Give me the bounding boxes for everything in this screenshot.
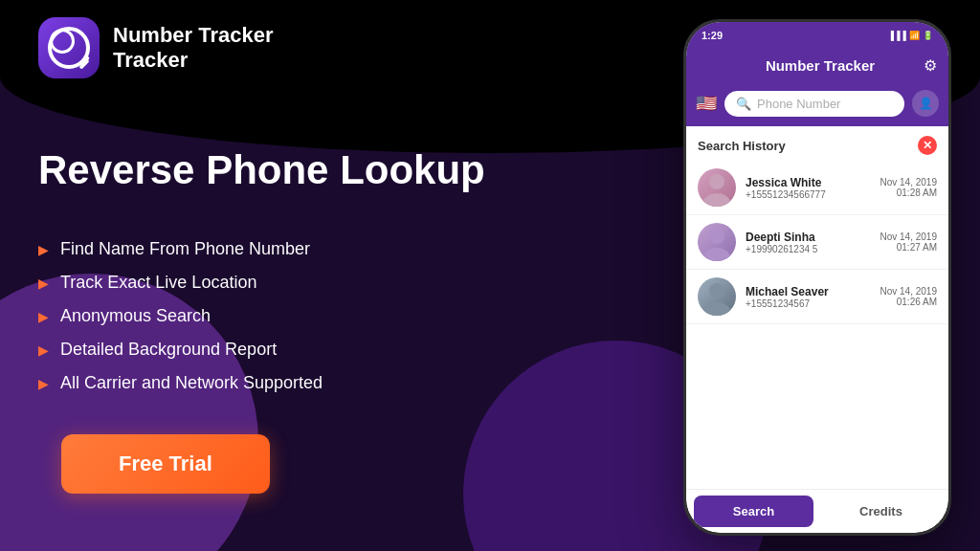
arrow-icon-2: ▶ — [38, 276, 49, 291]
search-placeholder-text: Phone Number — [757, 97, 840, 111]
search-bar-container: 🇺🇸 🔍 Phone Number 👤 — [686, 84, 948, 126]
logo-number: Number Tracker — [113, 23, 274, 48]
contact-avatar-2 — [698, 223, 736, 261]
feature-label-2: Track Exact Live Location — [60, 273, 256, 293]
settings-icon[interactable]: ⚙ — [924, 56, 937, 75]
credits-tab[interactable]: Credits — [821, 496, 941, 527]
app-header: Number Tracker ⚙ — [686, 49, 948, 84]
contact-phone-2: +19990261234 5 — [746, 244, 871, 254]
feature-item-5: ▶ All Carrier and Network Supported — [38, 373, 323, 393]
contact-avatar-1 — [698, 168, 736, 207]
status-bar: 1:29 ▐▐▐ 📶 🔋 — [686, 22, 948, 49]
contact-time-3: Nov 14, 2019 01:26 AM — [880, 286, 938, 307]
wifi-icon: 📶 — [909, 31, 920, 40]
svg-point-2 — [709, 229, 724, 244]
contact-time-1: Nov 14, 2019 01:28 AM — [880, 177, 938, 198]
contact-name-1: Jessica White — [746, 176, 871, 189]
magnify-circle — [50, 29, 75, 54]
feature-item-3: ▶ Anonymous Search — [38, 306, 323, 326]
history-header: Search History ✕ — [686, 126, 948, 161]
feature-label-3: Anonymous Search — [60, 306, 211, 326]
contact-date-3: Nov 14, 2019 — [880, 286, 938, 297]
svg-point-3 — [703, 248, 730, 261]
contact-hour-3: 01:26 AM — [880, 297, 938, 307]
signal-icon: ▐▐▐ — [888, 31, 906, 40]
close-history-button[interactable]: ✕ — [918, 136, 937, 155]
feature-label-1: Find Name From Phone Number — [60, 239, 310, 259]
svg-point-1 — [703, 193, 730, 207]
arrow-icon-1: ▶ — [38, 242, 49, 257]
arrow-icon-3: ▶ — [38, 309, 49, 324]
app-logo-icon — [38, 17, 100, 78]
phone-search-input[interactable]: 🔍 Phone Number — [724, 91, 904, 117]
contact-item-3[interactable]: Michael Seaver +15551234567 Nov 14, 2019… — [686, 270, 948, 324]
contact-phone-3: +15551234567 — [746, 298, 871, 309]
arrow-icon-5: ▶ — [38, 376, 49, 391]
contact-hour-1: 01:28 AM — [880, 187, 938, 198]
main-headline: Reverse Phone Lookup — [38, 148, 485, 192]
free-trial-button[interactable]: Free Trial — [61, 434, 270, 494]
contact-avatar-3 — [698, 277, 736, 316]
battery-icon: 🔋 — [923, 31, 933, 40]
status-time: 1:29 — [702, 30, 723, 41]
svg-point-5 — [703, 302, 730, 316]
feature-label-4: Detailed Background Report — [60, 340, 277, 360]
contact-book-icon[interactable]: 👤 — [912, 90, 939, 117]
logo-tracker: Tracker — [113, 48, 274, 73]
contact-name-2: Deepti Sinha — [746, 231, 871, 244]
contact-item-1[interactable]: Jessica White +15551234566777 Nov 14, 20… — [686, 161, 948, 215]
contact-phone-1: +15551234566777 — [746, 189, 871, 200]
headline: Reverse Phone Lookup — [38, 148, 485, 192]
history-section: Search History ✕ Jessica White +15551234… — [686, 126, 948, 489]
search-magnify-icon: 🔍 — [736, 97, 751, 111]
contact-info-3: Michael Seaver +15551234567 — [746, 285, 871, 309]
features-list: ▶ Find Name From Phone Number ▶ Track Ex… — [38, 239, 323, 393]
feature-item-1: ▶ Find Name From Phone Number — [38, 239, 323, 259]
svg-point-4 — [709, 283, 724, 298]
phone-mockup: 1:29 ▐▐▐ 📶 🔋 Number Tracker ⚙ 🇺🇸 🔍 Phone… — [683, 19, 951, 536]
feature-item-2: ▶ Track Exact Live Location — [38, 273, 323, 293]
logo-area: Number Tracker Tracker — [38, 17, 274, 78]
contact-info-2: Deepti Sinha +19990261234 5 — [746, 231, 871, 254]
search-tab[interactable]: Search — [694, 496, 813, 527]
contact-name-3: Michael Seaver — [746, 285, 871, 298]
bottom-tabs: Search Credits — [686, 489, 948, 533]
feature-label-5: All Carrier and Network Supported — [60, 373, 323, 393]
contact-time-2: Nov 14, 2019 01:27 AM — [880, 231, 938, 253]
svg-point-0 — [709, 174, 724, 189]
feature-item-4: ▶ Detailed Background Report — [38, 340, 323, 360]
country-flag-icon[interactable]: 🇺🇸 — [696, 93, 717, 114]
phone-screen: 1:29 ▐▐▐ 📶 🔋 Number Tracker ⚙ 🇺🇸 🔍 Phone… — [686, 22, 948, 533]
logo-text: Number Tracker Tracker — [113, 23, 274, 74]
arrow-icon-4: ▶ — [38, 342, 49, 358]
history-title: Search History — [698, 139, 786, 153]
contact-date-2: Nov 14, 2019 — [880, 231, 938, 242]
app-header-title: Number Tracker — [717, 57, 924, 74]
contact-info-1: Jessica White +15551234566777 — [746, 176, 871, 200]
contact-hour-2: 01:27 AM — [880, 242, 938, 253]
magnify-handle — [79, 55, 90, 66]
status-icons: ▐▐▐ 📶 🔋 — [888, 31, 933, 40]
contact-date-1: Nov 14, 2019 — [880, 177, 938, 187]
contact-item-2[interactable]: Deepti Sinha +19990261234 5 Nov 14, 2019… — [686, 215, 948, 270]
